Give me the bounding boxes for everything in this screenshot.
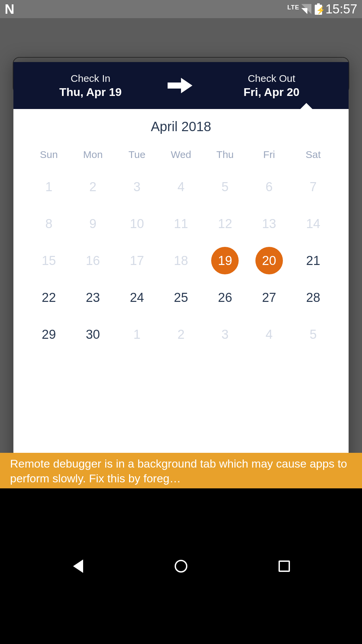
- calendar-day[interactable]: 27: [255, 284, 283, 311]
- calendar-day[interactable]: 3: [211, 321, 239, 348]
- calendar-day: 16: [79, 247, 107, 274]
- calendar-day[interactable]: 1: [123, 321, 151, 348]
- calendar-day: 14: [299, 210, 327, 237]
- calendar-day[interactable]: 30: [79, 321, 107, 348]
- dow-label: Sat: [291, 144, 335, 168]
- calendar-day[interactable]: 4: [255, 321, 283, 348]
- calendar-day: 9: [79, 210, 107, 237]
- calendar-day: 3: [123, 173, 151, 201]
- calendar-day[interactable]: 29: [35, 321, 63, 348]
- battery-charging-icon: ⚡: [315, 3, 322, 15]
- calendar-day[interactable]: 24: [123, 284, 151, 311]
- calendar-day[interactable]: 2: [167, 321, 195, 348]
- calendar-day: 5: [211, 173, 239, 201]
- dow-label: Fri: [247, 144, 291, 168]
- dow-label: Thu: [203, 144, 247, 168]
- signal-icon: [301, 4, 311, 14]
- clock: 15:57: [325, 2, 357, 16]
- calendar-grid: SunMonTueWedThuFriSat 123456789101112131…: [13, 144, 349, 353]
- calendar-day: 13: [255, 210, 283, 237]
- calendar-day: 18: [167, 247, 195, 274]
- nav-home-button[interactable]: [156, 556, 206, 576]
- checkin-label: Check In: [20, 73, 161, 84]
- calendar-day: 10: [123, 210, 151, 237]
- dow-label: Mon: [71, 144, 115, 168]
- calendar-day[interactable]: 28: [299, 284, 327, 311]
- android-n-icon: N: [5, 2, 14, 17]
- checkin-column[interactable]: Check In Thu, Apr 19: [13, 73, 168, 99]
- checkout-label: Check Out: [201, 73, 342, 84]
- calendar-day: 7: [299, 173, 327, 201]
- network-label: LTE: [287, 4, 299, 11]
- checkout-column[interactable]: Check Out Fri, Apr 20: [194, 73, 349, 99]
- active-tab-caret-icon: [300, 103, 312, 109]
- calendar-day[interactable]: 26: [211, 284, 239, 311]
- arrow-right-icon: [168, 78, 194, 93]
- dow-label: Tue: [115, 144, 159, 168]
- android-nav-bar: [0, 488, 362, 644]
- calendar-day: 6: [255, 173, 283, 201]
- calendar-day: 1: [35, 173, 63, 201]
- calendar-day: 11: [167, 210, 195, 237]
- dow-label: Sun: [27, 144, 71, 168]
- calendar-day[interactable]: 23: [79, 284, 107, 311]
- month-title: April 2018: [13, 109, 349, 144]
- calendar-day: 8: [35, 210, 63, 237]
- back-icon: [73, 559, 83, 573]
- calendar-day[interactable]: 22: [35, 284, 63, 311]
- home-icon: [175, 560, 187, 573]
- calendar-day: 17: [123, 247, 151, 274]
- recent-icon: [279, 560, 290, 572]
- calendar-day: 2: [79, 173, 107, 201]
- date-picker-modal: Check In Thu, Apr 19 Check Out Fri, Apr …: [13, 62, 349, 488]
- modal-header: Check In Thu, Apr 19 Check Out Fri, Apr …: [13, 62, 349, 109]
- checkout-date: Fri, Apr 20: [201, 86, 342, 99]
- nav-recent-button[interactable]: [259, 556, 309, 576]
- status-bar: N LTE ⚡ 15:57: [0, 0, 362, 18]
- checkin-date: Thu, Apr 19: [20, 86, 161, 99]
- calendar-day[interactable]: 19: [211, 247, 239, 274]
- calendar-day: 15: [35, 247, 63, 274]
- debug-warning-banner[interactable]: Remote debugger is in a background tab w…: [0, 453, 362, 488]
- calendar-day: 12: [211, 210, 239, 237]
- calendar-day[interactable]: 21: [299, 247, 327, 274]
- calendar-day[interactable]: 25: [167, 284, 195, 311]
- dow-label: Wed: [159, 144, 203, 168]
- calendar-day[interactable]: 5: [299, 321, 327, 348]
- calendar-day[interactable]: 20: [255, 247, 283, 274]
- nav-back-button[interactable]: [53, 556, 103, 576]
- calendar-day: 4: [167, 173, 195, 201]
